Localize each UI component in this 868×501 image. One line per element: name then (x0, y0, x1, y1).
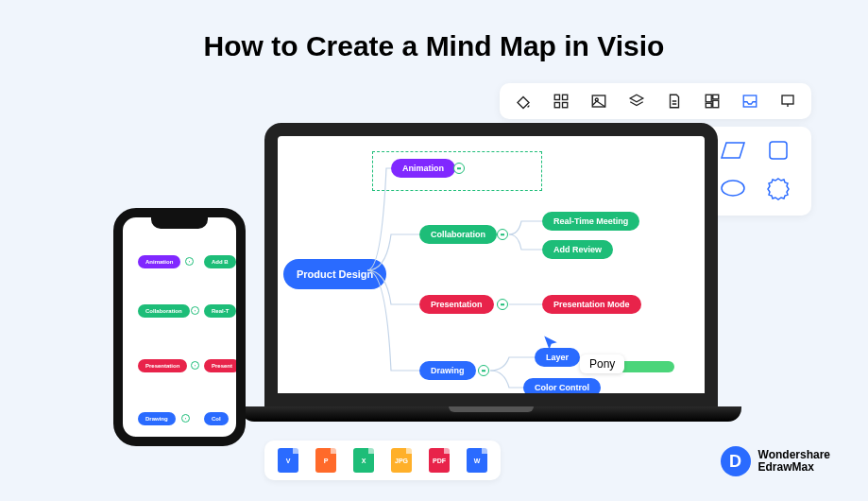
svg-rect-6 (706, 95, 711, 102)
dashboard-icon[interactable] (704, 93, 721, 110)
laptop-screen: Product Design Animation Collaboration P… (264, 123, 718, 406)
phone-node-animation: Animation (138, 255, 180, 268)
svg-rect-15 (770, 142, 787, 159)
phone-mockup: Animation Add B Collaboration Real-T Pre… (113, 208, 246, 446)
brand-logo: D Wondershare EdrawMax (721, 446, 830, 476)
node-animation[interactable]: Animation (391, 159, 455, 178)
phone-screen: Animation Add B Collaboration Real-T Pre… (123, 217, 236, 437)
shape-square[interactable] (764, 138, 792, 163)
svg-rect-11 (782, 95, 793, 104)
laptop-mockup: Product Design Animation Collaboration P… (241, 123, 741, 444)
brand-mark-icon: D (721, 446, 751, 476)
shape-seal[interactable] (764, 176, 792, 200)
file-word-icon[interactable]: W (467, 448, 487, 473)
file-excel-icon[interactable]: X (353, 448, 374, 473)
brand-text: Wondershare EdrawMax (758, 449, 830, 474)
pin-icon[interactable] (779, 93, 796, 110)
phone-notch (151, 217, 208, 229)
svg-rect-2 (554, 103, 559, 108)
expand-icon[interactable] (497, 229, 508, 240)
svg-rect-7 (713, 95, 719, 99)
file-pdf-icon[interactable]: PDF (429, 448, 450, 473)
svg-rect-8 (713, 100, 719, 108)
cursor-icon (542, 335, 559, 352)
node-presentmode[interactable]: Presentation Mode (542, 295, 641, 314)
node-colorcontrol[interactable]: Color Control (523, 378, 601, 397)
brand-bottom: EdrawMax (758, 461, 830, 474)
expand-icon (185, 257, 194, 266)
cursor-label: Pony (580, 354, 624, 373)
laptop-base (241, 406, 741, 422)
node-greenbar[interactable] (618, 361, 674, 372)
inbox-icon[interactable] (741, 93, 758, 110)
svg-rect-1 (563, 95, 568, 99)
phone-node-col: Col (204, 412, 229, 425)
svg-rect-3 (563, 103, 568, 108)
svg-rect-10 (743, 95, 757, 107)
node-root[interactable]: Product Design (283, 259, 386, 289)
phone-node-addb: Add B (204, 255, 236, 268)
phone-node-drawing: Drawing (138, 412, 176, 425)
expand-icon[interactable] (453, 163, 465, 174)
node-drawing[interactable]: Drawing (419, 361, 476, 380)
shape-toolbar (500, 83, 811, 119)
node-presentation[interactable]: Presentation (419, 295, 494, 314)
node-addreview[interactable]: Add Review (542, 240, 613, 259)
export-formats: V P X JPG PDF W (264, 441, 501, 480)
layers-icon[interactable] (628, 93, 645, 110)
page-title: How to Create a Mind Map in Visio (0, 30, 868, 62)
file-ppt-icon[interactable]: P (315, 448, 336, 473)
node-realtime[interactable]: Real-Time Meeting (542, 212, 639, 231)
svg-rect-0 (554, 95, 559, 99)
fill-icon[interactable] (515, 93, 532, 110)
phone-node-present: Presentation (138, 359, 187, 372)
expand-icon[interactable] (478, 365, 489, 376)
image-icon[interactable] (590, 93, 607, 110)
phone-node-collab: Collaboration (138, 304, 190, 318)
expand-icon[interactable] (497, 299, 508, 310)
apps-icon[interactable] (553, 93, 570, 110)
file-visio-icon[interactable]: V (278, 448, 298, 473)
expand-icon (181, 414, 190, 423)
svg-rect-9 (706, 103, 711, 108)
phone-node-presentmode: Present (204, 359, 236, 372)
node-collaboration[interactable]: Collaboration (419, 225, 497, 244)
file-jpg-icon[interactable]: JPG (391, 448, 412, 473)
expand-icon (191, 306, 199, 315)
expand-icon (191, 361, 199, 370)
phone-node-realt: Real-T (204, 304, 236, 318)
file-icon[interactable] (666, 93, 683, 110)
